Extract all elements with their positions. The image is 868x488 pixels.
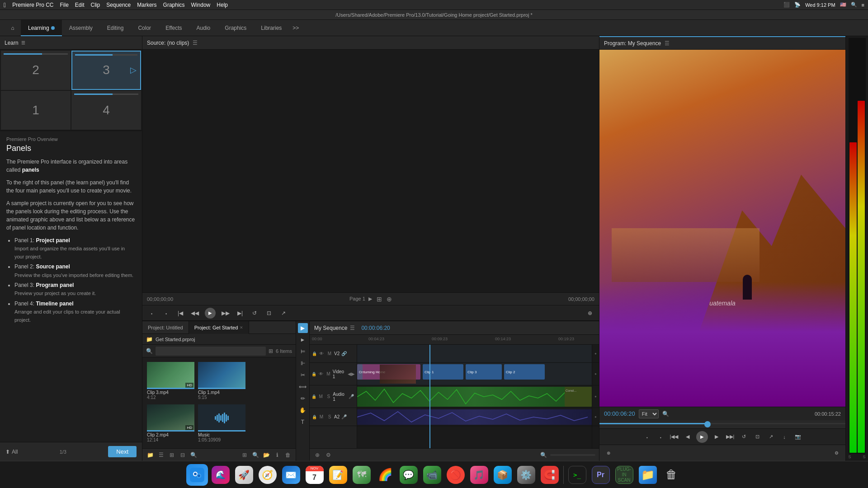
add-to-sequence-icon[interactable]: ⊕ — [604, 449, 613, 458]
dock-facetime[interactable]: 📹 — [421, 464, 443, 486]
step-forward-icon[interactable]: ▶| — [236, 309, 245, 318]
export-frame-icon[interactable]: 📷 — [793, 432, 803, 442]
page-forward-icon[interactable]: ▶ — [368, 296, 372, 301]
dock-photos[interactable]: 🌈 — [374, 464, 396, 486]
safe-margins-icon[interactable]: ⊡ — [752, 432, 762, 442]
freeform-icon[interactable]: ⊟ — [179, 451, 187, 459]
dock-terminal[interactable]: >_ — [566, 464, 588, 486]
clip-1-timeline[interactable]: Clip 1 — [423, 364, 463, 380]
ripple-edit-tool[interactable]: ⊨ — [298, 347, 308, 357]
clip-3-timeline[interactable]: Clip 3 — [466, 364, 502, 380]
all-button[interactable]: ⬆ All — [5, 449, 18, 455]
dock-notes[interactable]: 📝 — [327, 464, 349, 486]
visibility-icon-v1[interactable]: 👁 — [317, 371, 324, 378]
new-bin-icon[interactable]: 📁 — [146, 451, 154, 459]
clip-item-3[interactable]: HD Clip 3.mp4 4:12 — [147, 362, 194, 401]
rolling-edit-tool[interactable]: ⊩ — [298, 358, 308, 368]
settings-icon[interactable]: ⚙ — [832, 449, 841, 458]
solo-icon-a2[interactable]: S — [326, 413, 333, 421]
tab-learning[interactable]: Learning — [21, 20, 62, 36]
search-icon2[interactable]: ⊞ — [269, 348, 273, 354]
mute-icon-a1[interactable]: M — [317, 393, 324, 400]
menu-premiere[interactable]: Premiere Pro CC — [12, 2, 53, 8]
lock-icon-v1[interactable]: 🔒 — [311, 371, 316, 377]
step-back-icon[interactable]: |◀ — [176, 309, 185, 318]
thumb-1[interactable]: 1 — [1, 91, 71, 130]
solo-icon-a1[interactable]: S — [325, 393, 332, 400]
scrubber-thumb[interactable] — [704, 421, 711, 427]
go-to-out-icon[interactable]: ▶▶| — [725, 432, 735, 442]
play-button[interactable]: ▶ — [205, 308, 216, 319]
step-back-icon[interactable]: ◀ — [683, 432, 693, 442]
hand-tool[interactable]: ✋ — [298, 405, 308, 415]
delete-icon[interactable]: 🗑 — [284, 451, 292, 459]
control-center-icon[interactable]: ≡ — [862, 2, 864, 8]
tl-zoom-slider[interactable] — [550, 454, 595, 456]
dock-siri[interactable]: 🌊 — [210, 464, 231, 486]
dock-magnet[interactable]: 🧲 — [539, 464, 561, 486]
info-icon[interactable]: ℹ — [273, 451, 281, 459]
go-to-in-icon[interactable]: |◀◀ — [669, 432, 679, 442]
mic-icon[interactable]: 🎤 — [348, 393, 355, 400]
tl-settings-icon[interactable]: ⚙ — [324, 451, 332, 459]
tab-assembly[interactable]: Assembly — [62, 20, 100, 36]
mic2-icon[interactable]: 🎤 — [340, 413, 348, 421]
list-view-icon[interactable]: ☰ — [157, 451, 165, 459]
program-scrubber[interactable] — [599, 420, 845, 428]
menu-clip[interactable]: Clip — [91, 2, 100, 8]
step-forward-icon[interactable]: ▶ — [712, 432, 722, 442]
search-menu-icon[interactable]: 🔍 — [851, 2, 857, 8]
pen-tool[interactable]: ✏ — [298, 394, 308, 404]
tl-add-track-icon[interactable]: ⊕ — [313, 451, 321, 459]
dock-premiere[interactable]: Pr — [590, 464, 612, 486]
mute-icon[interactable]: M — [326, 350, 333, 357]
lock-icon-a1[interactable]: 🔒 — [311, 394, 316, 399]
loop-icon[interactable]: ↺ — [250, 309, 259, 318]
menu-graphics[interactable]: Graphics — [163, 2, 185, 8]
dock-music[interactable]: 🎵 — [468, 464, 490, 486]
mark-out-icon[interactable]: ⬩ — [161, 309, 170, 318]
dock-messages[interactable]: 💬 — [398, 464, 420, 486]
zoom-icon[interactable]: 🔍 — [662, 411, 669, 417]
text-tool[interactable]: T — [298, 417, 308, 427]
rewind-icon[interactable]: ◀◀ — [190, 309, 199, 318]
dock-calendar[interactable]: NOV 7 — [304, 464, 326, 486]
mark-out-icon[interactable]: ⬩ — [656, 432, 665, 442]
home-tab[interactable]: ⌂ — [5, 20, 21, 36]
slip-tool[interactable]: ⟺ — [298, 382, 308, 392]
dock-adguard[interactable]: 🚫 — [445, 464, 467, 486]
tab-audio[interactable]: Audio — [189, 20, 218, 36]
source-add-icon[interactable]: ⊕ — [387, 296, 392, 303]
tab-editing[interactable]: Editing — [100, 20, 131, 36]
resize-a1[interactable]: ● — [592, 385, 599, 408]
source-settings-icon[interactable]: ⊞ — [377, 296, 382, 303]
clip-2-timeline[interactable]: Clip 2 — [504, 364, 545, 380]
clip-item-2[interactable]: HD Clip 2.mp4 12:14 — [147, 404, 194, 443]
resize-v1[interactable]: ● — [592, 363, 599, 385]
clip-item-1[interactable]: Clip 1.mp4 5:15 — [198, 362, 245, 401]
insert-icon[interactable]: ↗ — [279, 309, 288, 318]
tab-close-icon[interactable]: ✕ — [240, 325, 243, 330]
tab-libraries[interactable]: Libraries — [254, 20, 289, 36]
constance-clip[interactable]: Const... — [565, 387, 592, 407]
menu-sequence[interactable]: Sequence — [106, 2, 131, 8]
learn-menu-icon[interactable]: ☰ — [21, 40, 25, 45]
zoom-out-icon[interactable]: 🔍 — [189, 451, 198, 459]
lock-icon-a2[interactable]: 🔒 — [311, 414, 317, 420]
menu-edit[interactable]: Edit — [75, 2, 85, 8]
dock-plugin-scan[interactable]: PLUG-IN SCAN — [613, 464, 635, 486]
resize-a2[interactable]: ● — [592, 408, 599, 426]
mute-icon-a2[interactable]: M — [318, 413, 325, 421]
track-select-tool[interactable]: ► — [298, 335, 308, 345]
mark-in-icon[interactable]: ⬩ — [642, 432, 652, 442]
insert-icon[interactable]: ↗ — [766, 432, 776, 442]
resize-v2[interactable]: ● — [592, 345, 599, 363]
visibility-icon[interactable]: 👁 — [318, 350, 325, 357]
dock-mail[interactable]: ✉️ — [280, 464, 302, 486]
tab-effects[interactable]: Effects — [158, 20, 189, 36]
menu-file[interactable]: File — [60, 2, 68, 8]
sort-icon[interactable]: ⊞ — [241, 451, 249, 459]
play-stop-button[interactable]: ▶ — [696, 431, 708, 443]
program-menu-icon[interactable]: ☰ — [665, 40, 670, 47]
cross-dissolve-1[interactable]: Cross — [357, 364, 363, 380]
